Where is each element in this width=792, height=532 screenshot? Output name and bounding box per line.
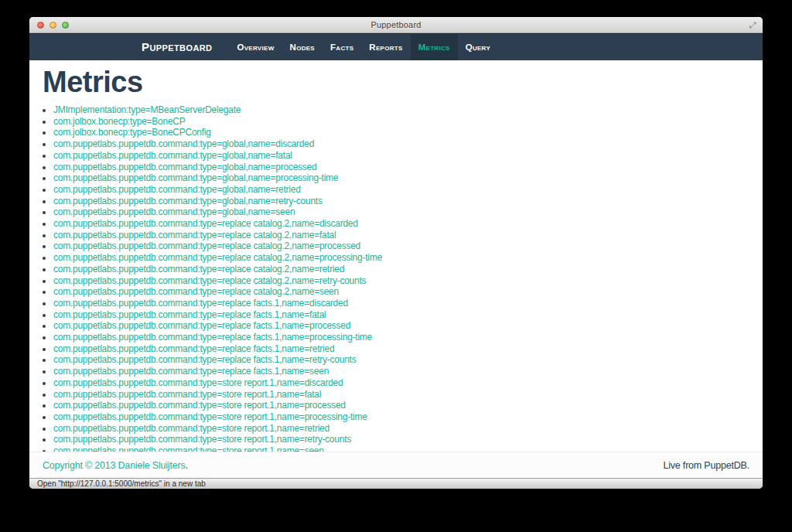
metric-list-item: com.puppetlabs.puppetdb.command:type=sto…: [53, 377, 749, 389]
metric-list-item: com.puppetlabs.puppetdb.command:type=rep…: [53, 320, 749, 332]
metric-link[interactable]: com.puppetlabs.puppetdb.command:type=rep…: [53, 332, 372, 343]
metric-list-item: com.puppetlabs.puppetdb.command:type=rep…: [53, 343, 749, 355]
copyright-author-link[interactable]: Daniele Sluijters: [118, 460, 186, 471]
metric-list-item: com.puppetlabs.puppetdb.command:type=glo…: [53, 162, 749, 173]
window-titlebar[interactable]: Puppetboard ⤢: [29, 17, 763, 33]
metric-list-item: com.puppetlabs.puppetdb.command:type=sto…: [53, 389, 749, 401]
metric-list-item: JMImplementation:type=MBeanServerDelegat…: [53, 104, 749, 116]
nav-item-nodes[interactable]: Nodes: [282, 34, 323, 60]
live-from-puppetdb-text: Live from PuppetDB.: [663, 460, 749, 471]
metric-list-item: com.puppetlabs.puppetdb.command:type=rep…: [53, 264, 749, 275]
metric-list-item: com.puppetlabs.puppetdb.command:type=rep…: [53, 252, 749, 264]
page-footer: Copyright © 2013 Daniele Sluijters. Live…: [29, 452, 763, 478]
metric-link[interactable]: com.puppetlabs.puppetdb.command:type=sto…: [53, 389, 321, 400]
metric-list-item: com.puppetlabs.puppetdb.command:type=rep…: [53, 230, 749, 241]
nav-items: Overview Nodes Facts Reports Metrics Que…: [229, 34, 498, 60]
zoom-button-icon[interactable]: [62, 22, 69, 29]
metric-link[interactable]: com.puppetlabs.puppetdb.command:type=sto…: [53, 400, 346, 411]
nav-item-facts[interactable]: Facts: [323, 34, 361, 60]
metric-link[interactable]: com.puppetlabs.puppetdb.command:type=glo…: [53, 184, 301, 195]
metric-list-item: com.puppetlabs.puppetdb.command:type=glo…: [53, 206, 749, 218]
metric-list-item: com.puppetlabs.puppetdb.command:type=glo…: [53, 196, 749, 207]
metric-link[interactable]: com.puppetlabs.puppetdb.command:type=rep…: [53, 230, 336, 240]
metric-list-item: com.puppetlabs.puppetdb.command:type=glo…: [53, 184, 749, 196]
metric-link[interactable]: com.puppetlabs.puppetdb.command:type=rep…: [53, 320, 350, 331]
page-content: Metrics JMImplementation:type=MBeanServe…: [29, 60, 763, 452]
metric-list-item: com.puppetlabs.puppetdb.command:type=rep…: [53, 218, 749, 230]
metric-link[interactable]: com.puppetlabs.puppetdb.command:type=sto…: [53, 423, 329, 434]
copyright-suffix: .: [185, 460, 187, 471]
traffic-lights: [37, 17, 69, 32]
browser-window: Puppetboard ⤢ Puppetboard Overview Nodes…: [29, 17, 763, 489]
metric-link[interactable]: com.puppetlabs.puppetdb.command:type=rep…: [53, 240, 360, 251]
browser-status-bar: Open "http://127.0.0.1:5000/metrics" in …: [29, 478, 763, 489]
metric-link[interactable]: com.jolbox.bonecp:type=BoneCP: [53, 116, 186, 127]
metric-link[interactable]: com.puppetlabs.puppetdb.command:type=glo…: [53, 162, 316, 172]
metric-list-item: com.puppetlabs.puppetdb.command:type=glo…: [53, 172, 749, 184]
metric-link[interactable]: com.puppetlabs.puppetdb.command:type=rep…: [53, 218, 358, 229]
nav-item-reports[interactable]: Reports: [361, 34, 410, 60]
metric-list-item: com.puppetlabs.puppetdb.command:type=sto…: [53, 411, 749, 423]
window-title: Puppetboard: [370, 20, 421, 29]
metric-list-item: com.puppetlabs.puppetdb.command:type=sto…: [53, 445, 749, 452]
metric-link[interactable]: com.puppetlabs.puppetdb.command:type=rep…: [53, 343, 334, 354]
metric-list-item: com.puppetlabs.puppetdb.command:type=glo…: [53, 138, 749, 150]
metric-list-item: com.puppetlabs.puppetdb.command:type=glo…: [53, 150, 749, 162]
metric-link[interactable]: com.puppetlabs.puppetdb.command:type=glo…: [53, 206, 295, 217]
minimize-button-icon[interactable]: [50, 22, 56, 29]
copyright-text: Copyright © 2013 Daniele Sluijters.: [43, 460, 188, 471]
navbar-brand[interactable]: Puppetboard: [131, 34, 222, 60]
nav-item-overview[interactable]: Overview: [229, 34, 282, 60]
metric-link[interactable]: com.puppetlabs.puppetdb.command:type=rep…: [53, 275, 366, 286]
close-button-icon[interactable]: [37, 22, 44, 29]
metric-list-item: com.puppetlabs.puppetdb.command:type=sto…: [53, 400, 749, 411]
metric-link[interactable]: com.puppetlabs.puppetdb.command:type=rep…: [53, 252, 382, 263]
metric-link[interactable]: com.puppetlabs.puppetdb.command:type=rep…: [53, 354, 356, 365]
metrics-list: JMImplementation:type=MBeanServerDelegat…: [43, 104, 749, 452]
nav-item-query[interactable]: Query: [458, 34, 498, 60]
metric-list-item: com.puppetlabs.puppetdb.command:type=sto…: [53, 434, 749, 445]
metric-list-item: com.puppetlabs.puppetdb.command:type=rep…: [53, 275, 749, 287]
metric-list-item: com.puppetlabs.puppetdb.command:type=rep…: [53, 354, 749, 366]
metric-list-item: com.puppetlabs.puppetdb.command:type=rep…: [53, 240, 749, 252]
metric-list-item: com.puppetlabs.puppetdb.command:type=rep…: [53, 286, 749, 298]
status-bar-text: Open "http://127.0.0.1:5000/metrics" in …: [37, 479, 206, 488]
navbar: Puppetboard Overview Nodes Facts Reports…: [29, 33, 763, 60]
metric-link[interactable]: com.puppetlabs.puppetdb.command:type=rep…: [53, 366, 329, 377]
metric-link[interactable]: JMImplementation:type=MBeanServerDelegat…: [53, 104, 241, 115]
metric-link[interactable]: com.puppetlabs.puppetdb.command:type=glo…: [53, 138, 314, 149]
fullscreen-icon[interactable]: ⤢: [747, 19, 758, 30]
metric-list-item: com.puppetlabs.puppetdb.command:type=rep…: [53, 366, 749, 377]
metric-list-item: com.puppetlabs.puppetdb.command:type=rep…: [53, 309, 749, 321]
nav-item-metrics[interactable]: Metrics: [411, 34, 458, 60]
metric-link[interactable]: com.puppetlabs.puppetdb.command:type=rep…: [53, 298, 348, 309]
metric-link[interactable]: com.puppetlabs.puppetdb.command:type=sto…: [53, 411, 367, 422]
metric-list-item: com.puppetlabs.puppetdb.command:type=rep…: [53, 298, 749, 309]
copyright-prefix: Copyright © 2013: [43, 460, 118, 471]
metric-list-item: com.puppetlabs.puppetdb.command:type=rep…: [53, 332, 749, 343]
metric-link[interactable]: com.jolbox.bonecp:type=BoneCPConfig: [53, 127, 211, 138]
metric-list-item: com.jolbox.bonecp:type=BoneCPConfig: [53, 127, 749, 138]
metric-link[interactable]: com.puppetlabs.puppetdb.command:type=sto…: [53, 434, 351, 445]
metric-link[interactable]: com.puppetlabs.puppetdb.command:type=glo…: [53, 172, 338, 183]
metric-link[interactable]: com.puppetlabs.puppetdb.command:type=rep…: [53, 309, 326, 320]
metric-link[interactable]: com.puppetlabs.puppetdb.command:type=sto…: [53, 377, 343, 388]
metric-link[interactable]: com.puppetlabs.puppetdb.command:type=sto…: [53, 445, 324, 452]
metric-link[interactable]: com.puppetlabs.puppetdb.command:type=glo…: [53, 196, 323, 206]
metric-link[interactable]: com.puppetlabs.puppetdb.command:type=rep…: [53, 264, 344, 275]
metric-link[interactable]: com.puppetlabs.puppetdb.command:type=rep…: [53, 286, 339, 297]
metric-link[interactable]: com.puppetlabs.puppetdb.command:type=glo…: [53, 150, 292, 161]
metric-list-item: com.jolbox.bonecp:type=BoneCP: [53, 116, 749, 128]
metric-list-item: com.puppetlabs.puppetdb.command:type=sto…: [53, 423, 749, 435]
page-title: Metrics: [43, 65, 749, 99]
